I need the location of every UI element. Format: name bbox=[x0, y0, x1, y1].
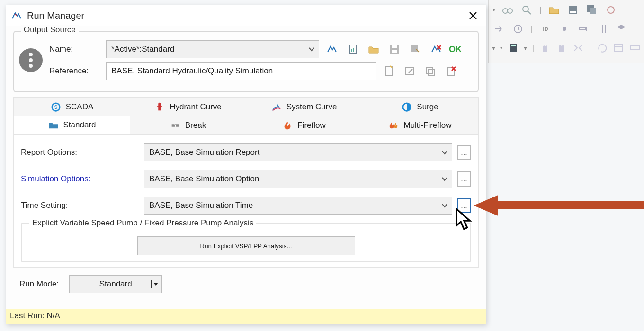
ruler-icon[interactable] bbox=[628, 41, 641, 55]
time-setting-browse-button[interactable]: ... bbox=[457, 198, 471, 213]
simulation-options-browse-button[interactable]: ... bbox=[457, 171, 471, 187]
simulation-options-label: Simulation Options: bbox=[21, 174, 139, 184]
tab-standard[interactable]: Standard bbox=[14, 116, 130, 134]
run-manager-dialog: Run Manager Output Source Name: *Active*… bbox=[6, 5, 486, 324]
name-value: *Active*:Standard bbox=[111, 45, 174, 54]
tabs-container: S SCADA Hydrant Curve System Curve Surge… bbox=[13, 97, 479, 268]
arrow-right-icon[interactable] bbox=[492, 22, 507, 36]
svg-rect-22 bbox=[351, 49, 352, 52]
time-setting-combo[interactable]: BASE, Base Simulation Time bbox=[144, 197, 452, 215]
simulation-options-combo[interactable]: BASE, Base Simulation Option bbox=[144, 170, 452, 188]
tab-scada[interactable]: S SCADA bbox=[14, 98, 130, 116]
svg-point-2 bbox=[523, 6, 528, 12]
find-icon[interactable] bbox=[519, 3, 534, 17]
new-icon[interactable] bbox=[381, 63, 397, 79]
report-options-label: Report Options: bbox=[21, 148, 139, 157]
save-icon[interactable] bbox=[565, 3, 581, 17]
report-options-browse-button[interactable]: ... bbox=[457, 145, 471, 160]
vsp-group-label: Explicit Variable Speed Pump / Fixed Pre… bbox=[29, 218, 256, 228]
binoculars-icon[interactable] bbox=[500, 3, 515, 17]
annotation-arrow bbox=[474, 195, 644, 214]
titlebar: Run Manager bbox=[6, 5, 486, 26]
last-run-text: Last Run: N/A bbox=[10, 311, 60, 320]
traffic-light-icon bbox=[19, 48, 43, 72]
save-as-icon[interactable] bbox=[407, 41, 423, 57]
tab-system-curve[interactable]: System Curve bbox=[246, 98, 362, 116]
open-folder-icon[interactable] bbox=[546, 3, 562, 17]
tab-multi-fireflow[interactable]: Multi-Fireflow bbox=[362, 116, 478, 134]
close-button[interactable] bbox=[465, 9, 481, 23]
hand-icon[interactable] bbox=[555, 41, 568, 55]
svg-rect-25 bbox=[392, 50, 397, 53]
output-source-group: Output Source Name: *Active*:Standard bbox=[13, 31, 479, 92]
copy-icon[interactable] bbox=[422, 63, 438, 79]
delete-icon[interactable] bbox=[443, 63, 459, 79]
svg-rect-7 bbox=[590, 8, 596, 14]
svg-point-10 bbox=[563, 27, 566, 31]
svg-rect-26 bbox=[392, 45, 397, 48]
vsp-group: Explicit Variable Speed Pump / Fixed Pre… bbox=[21, 223, 471, 262]
faucet-icon[interactable] bbox=[576, 22, 591, 36]
name-combo[interactable]: *Active*:Standard bbox=[106, 40, 319, 58]
ok-indicator: OK bbox=[449, 45, 462, 54]
report-icon[interactable] bbox=[345, 41, 361, 57]
id-add-icon[interactable]: ID bbox=[538, 22, 553, 36]
svg-rect-15 bbox=[511, 45, 516, 46]
run-vsp-button[interactable]: Run Explicit VSP/FPP Analysis... bbox=[137, 236, 355, 255]
save-all-icon[interactable] bbox=[584, 3, 599, 17]
layers-icon[interactable] bbox=[614, 22, 629, 36]
svg-text:S: S bbox=[54, 105, 57, 110]
calculator-icon[interactable] bbox=[507, 41, 520, 55]
svg-rect-16 bbox=[614, 44, 623, 52]
surge-icon bbox=[402, 102, 412, 112]
report-options-combo[interactable]: BASE, Base Simulation Report bbox=[144, 143, 452, 161]
multifire-icon bbox=[388, 120, 399, 131]
hand-add-icon[interactable] bbox=[539, 41, 552, 55]
history-icon[interactable] bbox=[510, 22, 526, 36]
sliders-icon[interactable] bbox=[595, 22, 610, 36]
run-mode-combo[interactable]: Standard bbox=[69, 275, 162, 293]
svg-rect-27 bbox=[411, 45, 418, 52]
svg-point-41 bbox=[158, 103, 161, 106]
tab-break[interactable]: Break bbox=[130, 116, 246, 134]
svg-rect-23 bbox=[353, 48, 354, 52]
refresh-icon[interactable] bbox=[603, 3, 618, 17]
open-folder-icon[interactable] bbox=[366, 41, 382, 57]
folder-icon bbox=[48, 120, 59, 130]
app-icon bbox=[11, 10, 22, 21]
reference-text[interactable]: BASE, Standard Hydraulic/Quality Simulat… bbox=[106, 62, 376, 80]
tabs-row-2: Standard Break Fireflow Multi-Fireflow bbox=[14, 116, 478, 135]
split-icon[interactable] bbox=[572, 41, 584, 55]
dialog-title: Run Manager bbox=[27, 10, 84, 21]
node-icon[interactable] bbox=[557, 22, 572, 36]
background-app-toolbar: • | | ID ▾• ▾| | bbox=[488, 0, 644, 63]
svg-line-3 bbox=[528, 11, 531, 14]
svg-rect-5 bbox=[570, 11, 576, 13]
status-bar: Last Run: N/A bbox=[6, 309, 486, 324]
tab-fireflow[interactable]: Fireflow bbox=[246, 116, 362, 134]
svg-rect-32 bbox=[427, 67, 432, 74]
scada-icon: S bbox=[51, 102, 61, 112]
svg-point-0 bbox=[503, 9, 508, 13]
tab-surge[interactable]: Surge bbox=[362, 98, 478, 116]
tab-hydrant-curve[interactable]: Hydrant Curve bbox=[130, 98, 246, 116]
curve-icon bbox=[271, 102, 282, 112]
run-fail-icon[interactable] bbox=[428, 41, 444, 57]
hydrant-icon bbox=[154, 102, 165, 112]
break-icon bbox=[170, 120, 180, 131]
save-icon[interactable] bbox=[386, 41, 402, 57]
reference-label: Reference: bbox=[49, 66, 101, 76]
run-icon[interactable] bbox=[324, 41, 340, 57]
fire-icon bbox=[282, 120, 293, 131]
svg-rect-30 bbox=[385, 67, 392, 75]
svg-rect-40 bbox=[157, 106, 162, 107]
edit-icon[interactable] bbox=[402, 63, 418, 79]
svg-rect-33 bbox=[429, 69, 434, 76]
svg-rect-18 bbox=[631, 46, 639, 50]
rotate-icon[interactable] bbox=[596, 41, 608, 55]
svg-point-8 bbox=[608, 7, 614, 13]
svg-point-1 bbox=[508, 9, 512, 13]
table-icon[interactable] bbox=[612, 41, 625, 55]
tabs-row-1: S SCADA Hydrant Curve System Curve Surge bbox=[14, 98, 478, 116]
run-mode-label: Run Mode: bbox=[19, 279, 59, 289]
